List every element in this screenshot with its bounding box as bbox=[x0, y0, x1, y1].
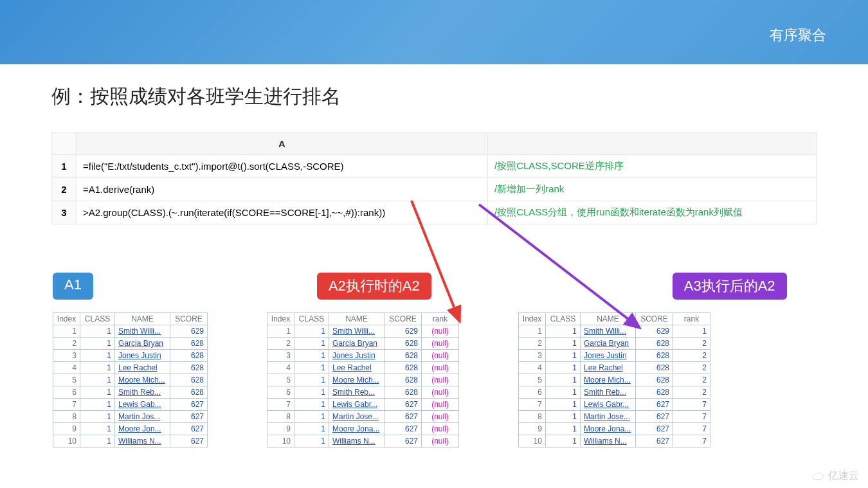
table-row: 81Martin Jose...627(null) bbox=[267, 411, 459, 423]
cell-index: 10 bbox=[53, 435, 80, 447]
cell-score: 627 bbox=[170, 411, 208, 423]
cell-score: 628 bbox=[170, 350, 208, 362]
cell-score: 628 bbox=[170, 374, 208, 386]
cell-score: 627 bbox=[384, 435, 422, 447]
col-header: CLASS bbox=[546, 313, 581, 325]
row-code: =A1.derive(rank) bbox=[77, 178, 488, 201]
cell-score: 628 bbox=[384, 362, 422, 374]
cell-class: 1 bbox=[294, 399, 329, 411]
cell-rank: 2 bbox=[673, 362, 710, 374]
watermark-text: 亿速云 bbox=[828, 469, 859, 483]
cell-score: 627 bbox=[384, 411, 422, 423]
cell-index: 8 bbox=[267, 411, 294, 423]
cell-class: 1 bbox=[546, 374, 581, 386]
cell-class: 1 bbox=[294, 386, 329, 399]
cell-name: Lewis Gabr... bbox=[581, 399, 636, 411]
result-table-a3: IndexCLASSNAMESCORErank11Smith Willi...6… bbox=[518, 312, 710, 447]
cell-index: 3 bbox=[267, 350, 294, 362]
cell-score: 628 bbox=[636, 386, 673, 399]
cell-score: 627 bbox=[636, 411, 673, 423]
cell-name: Moore Jona... bbox=[329, 423, 384, 435]
cell-rank-null: (null) bbox=[422, 374, 459, 386]
row-code: =file("E:/txt/students_c.txt").import@t(… bbox=[77, 155, 488, 178]
cell-score: 628 bbox=[636, 338, 673, 350]
cell-name: Smith Reb... bbox=[581, 386, 636, 399]
col-header: SCORE bbox=[636, 313, 673, 325]
cell-score: 628 bbox=[170, 338, 208, 350]
cell-class: 1 bbox=[546, 338, 581, 350]
cell-name: Jones Justin bbox=[115, 350, 170, 362]
table-row: 21Garcia Bryan628 bbox=[53, 338, 208, 350]
col-header: SCORE bbox=[384, 313, 422, 325]
col-header: SCORE bbox=[170, 313, 208, 325]
page-title: 例：按照成绩对各班学生进行排名 bbox=[51, 84, 817, 110]
cell-score: 628 bbox=[384, 374, 422, 386]
table-row: 81Martin Jos...627 bbox=[53, 411, 208, 423]
cell-rank: 7 bbox=[673, 399, 710, 411]
table-row: 31Jones Justin628(null) bbox=[267, 350, 459, 362]
row-num: 3 bbox=[52, 201, 77, 224]
cell-name: Garcia Bryan bbox=[115, 338, 170, 350]
cell-score: 628 bbox=[636, 350, 673, 362]
table-row: 41Lee Rachel628 bbox=[53, 362, 208, 374]
cell-rank-null: (null) bbox=[422, 399, 459, 411]
cell-class: 1 bbox=[80, 374, 115, 386]
row-code: >A2.group(CLASS).(~.run(iterate(if(SCORE… bbox=[77, 201, 488, 224]
cell-name: Lee Rachel bbox=[329, 362, 384, 374]
cell-index: 8 bbox=[519, 411, 546, 423]
col-header: CLASS bbox=[294, 313, 329, 325]
cell-class: 1 bbox=[80, 350, 115, 362]
code-table: A 1 =file("E:/txt/students_c.txt").impor… bbox=[51, 132, 817, 224]
cell-index: 4 bbox=[519, 362, 546, 374]
cell-score: 628 bbox=[636, 362, 673, 374]
cell-class: 1 bbox=[294, 411, 329, 423]
table-row: 41Lee Rachel628(null) bbox=[267, 362, 459, 374]
slide-header: 有序聚合 bbox=[0, 0, 868, 64]
cell-index: 6 bbox=[267, 386, 294, 399]
cell-score: 628 bbox=[384, 338, 422, 350]
code-table-header-a: A bbox=[77, 133, 488, 155]
cell-score: 629 bbox=[384, 325, 422, 338]
col-header: NAME bbox=[329, 313, 384, 325]
row-comment: /新增加一列rank bbox=[488, 178, 817, 201]
cell-rank-null: (null) bbox=[422, 350, 459, 362]
cell-name: Smith Willi... bbox=[581, 325, 636, 338]
cell-index: 9 bbox=[267, 423, 294, 435]
cell-score: 629 bbox=[636, 325, 673, 338]
cell-index: 4 bbox=[267, 362, 294, 374]
cell-index: 1 bbox=[519, 325, 546, 338]
cell-score: 628 bbox=[170, 386, 208, 399]
table-row: 51Moore Mich...628 bbox=[53, 374, 208, 386]
cell-name: Martin Jos... bbox=[115, 411, 170, 423]
cell-index: 1 bbox=[267, 325, 294, 338]
cell-rank: 2 bbox=[673, 350, 710, 362]
cell-score: 627 bbox=[384, 399, 422, 411]
code-row: 3 >A2.group(CLASS).(~.run(iterate(if(SCO… bbox=[52, 201, 817, 224]
cell-class: 1 bbox=[80, 338, 115, 350]
cell-index: 7 bbox=[267, 399, 294, 411]
cell-name: Jones Justin bbox=[329, 350, 384, 362]
cell-score: 627 bbox=[636, 423, 673, 435]
cell-score: 627 bbox=[170, 423, 208, 435]
table-row: 11Smith Willi...629 bbox=[53, 325, 208, 338]
cell-class: 1 bbox=[546, 325, 581, 338]
slide-body: 例：按照成绩对各班学生进行排名 A 1 =file("E:/txt/studen… bbox=[0, 64, 868, 447]
cell-score: 627 bbox=[170, 435, 208, 447]
cell-rank-null: (null) bbox=[422, 338, 459, 350]
cell-score: 628 bbox=[170, 362, 208, 374]
cell-index: 2 bbox=[519, 338, 546, 350]
cell-rank: 7 bbox=[673, 411, 710, 423]
table-row: 91Moore Jon...627 bbox=[53, 423, 208, 435]
table-row: 101Williams N...627 bbox=[53, 435, 208, 447]
watermark: 亿速云 bbox=[810, 469, 859, 483]
col-header: NAME bbox=[115, 313, 170, 325]
table-row: 31Jones Justin6282 bbox=[519, 350, 710, 362]
code-table-header-b bbox=[488, 133, 817, 155]
col-header: Index bbox=[53, 313, 80, 325]
cell-score: 627 bbox=[384, 423, 422, 435]
cell-name: Williams N... bbox=[115, 435, 170, 447]
section-label: 有序聚合 bbox=[770, 26, 826, 45]
cell-name: Moore Jona... bbox=[581, 423, 636, 435]
cell-name: Smith Willi... bbox=[115, 325, 170, 338]
cell-rank: 1 bbox=[673, 325, 710, 338]
